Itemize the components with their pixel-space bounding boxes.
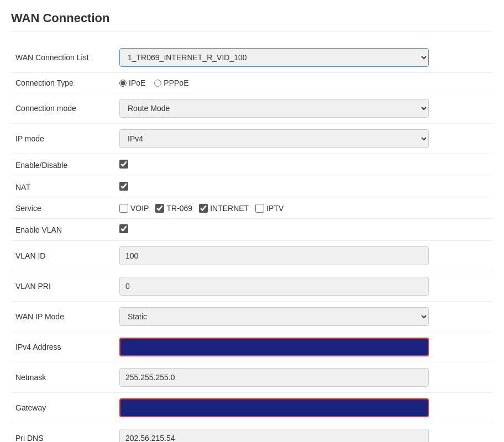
service-group: VOIP TR-069 INTERNET IPTV: [119, 204, 489, 213]
internet-service-text: INTERNET: [210, 204, 249, 213]
voip-service-label[interactable]: VOIP: [119, 204, 149, 213]
pri-dns-input[interactable]: [119, 429, 429, 442]
gateway-label: Gateway: [11, 393, 111, 423]
netmask-input[interactable]: [119, 368, 429, 387]
ip-mode-label: IP mode: [11, 124, 111, 154]
internet-service-label[interactable]: INTERNET: [199, 204, 249, 213]
enable-vlan-checkbox[interactable]: [119, 224, 128, 233]
wan-ip-mode-label: WAN IP Mode: [11, 302, 111, 332]
ip-mode-select[interactable]: IPv4: [119, 129, 429, 148]
netmask-label: Netmask: [11, 362, 111, 393]
connection-mode-select[interactable]: Route Mode: [119, 99, 429, 118]
service-label: Service: [11, 198, 111, 219]
iptv-service-text: IPTV: [266, 204, 284, 213]
pppoe-radio-label[interactable]: PPPoE: [154, 78, 188, 87]
wan-connection-list-label: WAN Connection List: [11, 43, 111, 73]
pppoe-radio[interactable]: [154, 80, 161, 87]
enable-disable-label: Enable/Disable: [11, 154, 111, 176]
vlan-pri-label: VLAN PRI: [11, 271, 111, 302]
tr069-service-label[interactable]: TR-069: [155, 204, 192, 213]
ipoe-radio[interactable]: [119, 80, 127, 87]
iptv-service-label[interactable]: IPTV: [255, 204, 284, 213]
pri-dns-label: Pri DNS: [11, 423, 111, 443]
enable-vlan-label: Enable VLAN: [11, 219, 111, 241]
ipoe-radio-label[interactable]: IPoE: [119, 78, 145, 87]
wan-ip-mode-select[interactable]: Static: [119, 307, 429, 326]
nat-label: NAT: [11, 176, 111, 198]
voip-checkbox[interactable]: [119, 204, 128, 213]
pppoe-label: PPPoE: [164, 78, 188, 87]
ipv4-address-label: IPv4 Address: [11, 332, 111, 362]
internet-checkbox[interactable]: [199, 204, 208, 213]
vlan-id-label: VLAN ID: [11, 241, 111, 271]
tr069-checkbox[interactable]: [155, 204, 164, 213]
iptv-checkbox[interactable]: [255, 204, 264, 213]
wan-connection-list-select[interactable]: 1_TR069_INTERNET_R_VID_100: [119, 48, 429, 67]
nat-checkbox[interactable]: [119, 182, 128, 191]
connection-type-label: Connection Type: [11, 73, 111, 93]
ipv4-address-input[interactable]: [119, 338, 429, 356]
connection-mode-label: Connection mode: [11, 93, 111, 124]
page-title: WAN Connection: [11, 11, 493, 31]
ipoe-label: IPoE: [129, 78, 145, 87]
vlan-pri-input[interactable]: [119, 277, 429, 296]
gateway-input[interactable]: [119, 398, 429, 417]
connection-type-group: IPoE PPPoE: [119, 78, 489, 87]
enable-disable-checkbox[interactable]: [119, 160, 128, 169]
vlan-id-input[interactable]: [119, 246, 429, 265]
voip-service-text: VOIP: [130, 204, 149, 213]
tr069-service-text: TR-069: [166, 204, 192, 213]
